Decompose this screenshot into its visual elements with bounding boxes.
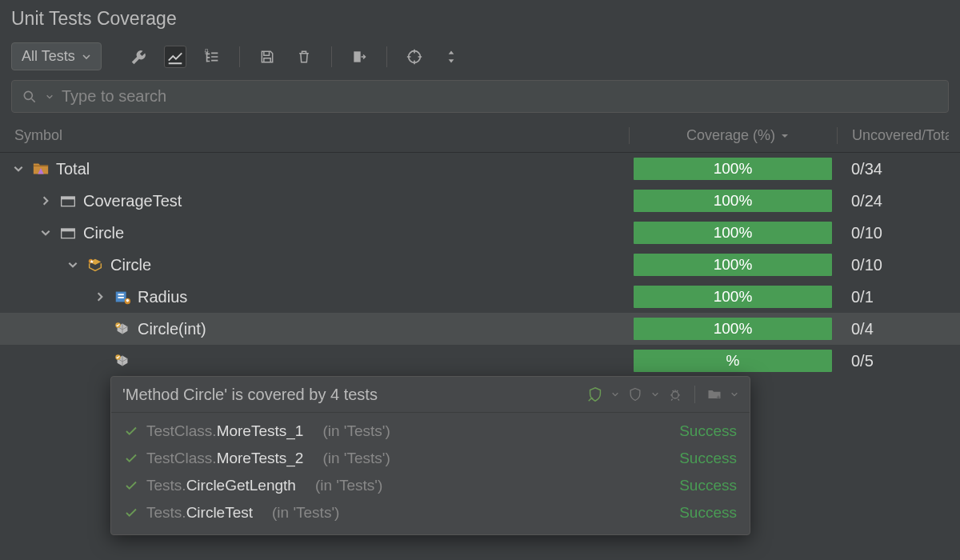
check-icon bbox=[124, 506, 138, 520]
popup-toolbar: + bbox=[586, 385, 738, 404]
tree-row[interactable]: Circle(int)100%0/4 bbox=[0, 313, 960, 345]
svg-rect-7 bbox=[62, 229, 75, 231]
namespace-icon bbox=[59, 224, 77, 242]
export-icon[interactable] bbox=[348, 46, 370, 68]
tree-row[interactable]: %0/5 bbox=[0, 345, 960, 377]
uncovered-cell: 0/10 bbox=[837, 256, 949, 274]
chevron-down-icon[interactable] bbox=[611, 390, 619, 398]
popup-title: 'Method Circle' is covered by 4 tests bbox=[122, 386, 578, 404]
uncovered-cell: 0/4 bbox=[837, 320, 949, 338]
coverage-cell: 100% bbox=[629, 318, 837, 340]
tree-row-label-area: ★Circle bbox=[0, 256, 629, 274]
tests-scope-dropdown[interactable]: All Tests bbox=[11, 42, 102, 70]
coverage-bar: 100% bbox=[634, 158, 832, 180]
folder-add-icon[interactable]: + bbox=[705, 385, 724, 404]
coverage-bar: 100% bbox=[634, 254, 832, 276]
svg-rect-15 bbox=[127, 299, 129, 302]
tree-node-label: Circle(int) bbox=[138, 320, 206, 338]
bug-icon[interactable] bbox=[666, 385, 685, 404]
tree-node-label: Circle bbox=[83, 224, 124, 242]
coverage-bar: 100% bbox=[634, 286, 832, 308]
shield-outline-icon[interactable] bbox=[626, 385, 645, 404]
test-status: Success bbox=[679, 422, 737, 440]
expander-toggle[interactable] bbox=[38, 226, 53, 240]
search-bar[interactable] bbox=[11, 80, 949, 113]
tree-node-label: CoverageTest bbox=[83, 192, 182, 210]
expander-toggle[interactable] bbox=[11, 162, 26, 176]
column-symbol[interactable]: Symbol bbox=[14, 127, 629, 144]
group-icon[interactable]: {} bbox=[201, 46, 223, 68]
toolbar: All Tests {} bbox=[0, 39, 960, 80]
wrench-icon[interactable] bbox=[127, 46, 150, 68]
check-icon bbox=[124, 424, 138, 438]
coverage-bar: 100% bbox=[634, 222, 832, 244]
coverage-tree: Total100%0/34CoverageTest100%0/24Circle1… bbox=[0, 153, 960, 377]
search-icon bbox=[22, 89, 38, 105]
check-icon bbox=[124, 478, 138, 493]
test-location: (in 'Tests') bbox=[272, 504, 339, 522]
tree-row-label-area: Total bbox=[0, 160, 629, 178]
tree-row[interactable]: Total100%0/34 bbox=[0, 153, 960, 185]
test-name: TestClass.MoreTests_1 bbox=[146, 422, 303, 440]
covering-tests-popup: 'Method Circle' is covered by 4 tests + … bbox=[110, 376, 750, 535]
test-status: Success bbox=[679, 450, 737, 467]
method-icon bbox=[114, 320, 131, 338]
expander-toggle[interactable] bbox=[66, 258, 80, 272]
test-name: Tests.CircleTest bbox=[146, 504, 253, 522]
toolbar-separator bbox=[331, 46, 332, 67]
test-name: Tests.CircleGetLength bbox=[146, 477, 296, 494]
svg-point-3 bbox=[24, 91, 32, 99]
chevron-down-icon[interactable] bbox=[730, 390, 738, 398]
popup-test-row[interactable]: Tests.CircleGetLength(in 'Tests')Success bbox=[111, 472, 750, 499]
save-icon[interactable] bbox=[256, 46, 278, 68]
tree-row-label-area: CoverageTest bbox=[0, 192, 629, 210]
svg-rect-1 bbox=[354, 51, 360, 62]
target-icon[interactable] bbox=[403, 46, 426, 68]
expander-toggle[interactable] bbox=[38, 194, 53, 208]
tree-row-label-area bbox=[0, 352, 629, 370]
trash-icon[interactable] bbox=[293, 46, 315, 68]
tree-row[interactable]: ★Circle100%0/10 bbox=[0, 249, 960, 281]
column-uncovered[interactable]: Uncovered/Total Stmts. bbox=[837, 127, 949, 144]
search-input[interactable] bbox=[62, 87, 938, 106]
popup-test-row[interactable]: TestClass.MoreTests_2(in 'Tests')Success bbox=[111, 445, 750, 472]
popup-test-row[interactable]: TestClass.MoreTests_1(in 'Tests')Success bbox=[111, 418, 750, 445]
expander-placeholder bbox=[93, 322, 107, 336]
tree-row-label-area: Radius bbox=[0, 288, 629, 306]
coverage-cell: 100% bbox=[629, 158, 837, 180]
highlight-icon[interactable] bbox=[164, 46, 186, 68]
popup-test-row[interactable]: Tests.CircleTest(in 'Tests')Success bbox=[111, 499, 750, 526]
tree-row[interactable]: Radius100%0/1 bbox=[0, 281, 960, 313]
tree-row-label-area: Circle bbox=[0, 224, 629, 242]
column-headers: Symbol Coverage (%) Uncovered/Total Stmt… bbox=[0, 119, 960, 153]
test-location: (in 'Tests') bbox=[315, 477, 382, 494]
test-status: Success bbox=[679, 477, 737, 494]
coverage-bar: 100% bbox=[634, 190, 832, 212]
tree-row[interactable]: Circle100%0/10 bbox=[0, 217, 960, 249]
uncovered-cell: 0/10 bbox=[837, 224, 949, 242]
run-shield-icon[interactable] bbox=[586, 385, 605, 404]
uncovered-cell: 0/5 bbox=[837, 352, 949, 370]
namespace-icon bbox=[59, 192, 77, 210]
test-status: Success bbox=[679, 504, 737, 522]
test-location: (in 'Tests') bbox=[322, 450, 390, 467]
tree-node-label: Total bbox=[56, 160, 90, 178]
tree-row[interactable]: CoverageTest100%0/24 bbox=[0, 185, 960, 217]
column-coverage[interactable]: Coverage (%) bbox=[629, 127, 837, 144]
sort-desc-icon bbox=[780, 131, 790, 141]
coverage-cell: 100% bbox=[629, 190, 837, 212]
svg-text:★: ★ bbox=[90, 259, 94, 264]
svg-text:{}: {} bbox=[205, 48, 209, 54]
panel-title: Unit Tests Coverage bbox=[0, 0, 960, 39]
collapse-icon[interactable] bbox=[440, 46, 462, 68]
chevron-down-icon[interactable] bbox=[46, 93, 54, 101]
chevron-down-icon[interactable] bbox=[651, 390, 659, 398]
expander-placeholder bbox=[93, 354, 107, 368]
expander-toggle[interactable] bbox=[93, 290, 107, 304]
tree-node-label: Radius bbox=[138, 288, 187, 306]
uncovered-cell: 0/34 bbox=[837, 160, 949, 178]
uncovered-cell: 0/24 bbox=[837, 192, 949, 210]
coverage-cell: 100% bbox=[629, 222, 837, 244]
column-coverage-label: Coverage (%) bbox=[686, 127, 775, 144]
coverage-bar: 100% bbox=[634, 318, 832, 340]
